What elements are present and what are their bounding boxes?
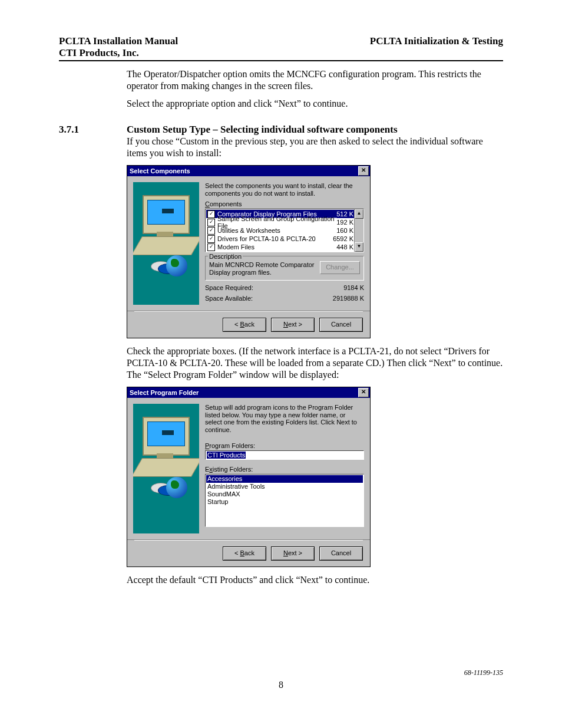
component-size: 448 K [336,243,353,251]
intro-paragraph-2: Select the appropriate option and click … [127,98,503,110]
component-row[interactable]: ✓Sample Screen and Group Configuration F… [206,218,363,226]
scroll-up-icon[interactable]: ▲ [355,209,363,219]
mid-paragraph-1: Check the appropriate boxes. (If the net… [127,345,503,381]
component-size: 160 K [336,227,353,234]
components-label: Components [205,200,364,207]
scroll-down-icon[interactable]: ▼ [355,242,363,252]
close-icon[interactable]: ✕ [358,166,369,176]
component-row[interactable]: ✓Drivers for PCLTA-10 & PCLTA-206592 K [206,235,363,243]
list-item[interactable]: Administrative Tools [206,483,363,490]
existing-folders-label: Existing Folders: [205,466,364,473]
dialog1-instructions: Select the components you want to instal… [205,182,364,197]
section-number: 3.7.1 [59,124,127,136]
doc-number: 68-11199-135 [464,668,503,677]
checkbox-icon[interactable]: ✓ [207,227,215,235]
space-required-label: Space Required: [205,284,253,291]
checkbox-icon[interactable]: ✓ [207,235,215,243]
change-button: Change... [320,261,360,274]
header-title-left-2: CTI Products, Inc. [59,47,178,59]
checkbox-icon[interactable]: ✓ [207,210,215,218]
next-button[interactable]: Next > [271,546,315,561]
back-button[interactable]: < Back [223,318,266,332]
section-title: Custom Setup Type – Selecting individual… [127,124,503,136]
list-item[interactable]: SoundMAX [206,490,363,498]
select-program-folder-dialog: Select Program Folder ✕ Setup will add p… [127,387,371,567]
component-name: Utilities & Worksheets [217,227,336,234]
component-name: Drivers for PCLTA-10 & PCLTA-20 [217,235,333,242]
component-name: Modem Files [217,243,336,251]
list-item[interactable]: Startup [206,498,363,506]
cancel-button[interactable]: Cancel [319,318,363,332]
checkbox-icon[interactable]: ✓ [207,243,215,251]
program-folder-input[interactable]: CTI Products [205,450,364,460]
page-number: 8 [59,680,503,690]
cancel-button[interactable]: Cancel [319,546,363,561]
dialog1-title: Select Components [130,167,190,174]
select-components-dialog: Select Components ✕ Select the component… [127,165,371,338]
component-row[interactable]: ✓Utilities & Worksheets160 K [206,226,363,235]
intro-paragraph-1: The Operator/Dispatcher option omits the… [127,68,503,92]
header-divider [59,60,503,61]
program-folders-label: Program Folders: [205,442,364,449]
component-size: 192 K [336,219,353,226]
dialog2-title: Select Program Folder [130,389,199,396]
section-paragraph-1: If you chose “Custom in the previous ste… [127,136,503,159]
header-title-left-1: PCLTA Installation Manual [59,35,178,47]
next-button[interactable]: Next > [271,318,315,332]
space-available-label: Space Available: [205,295,253,302]
component-size: 6592 K [333,235,353,242]
back-button[interactable]: < Back [223,546,266,561]
close-icon[interactable]: ✕ [358,388,369,397]
component-row[interactable]: ✓Modem Files448 K [206,243,363,251]
installer-graphic [133,182,199,305]
scrollbar[interactable]: ▲ ▼ [354,209,363,252]
dialog2-instructions: Setup will add program icons to the Prog… [205,404,364,434]
component-size: 512 K [336,210,353,218]
description-label: Description [208,253,243,260]
space-required-value: 9184 K [343,284,364,291]
installer-graphic [133,404,199,533]
list-item[interactable]: Accessories [206,475,363,483]
header-title-right: PCLTA Initialization & Testing [370,35,503,59]
components-listbox[interactable]: ✓Comparator Display Program Files512 K✓S… [205,209,364,252]
space-available-value: 2919888 K [333,295,364,302]
final-paragraph: Accept the default “CTI Products” and cl… [127,574,503,586]
description-text: Main MCNRCD Remote Comparator Display pr… [209,261,316,276]
existing-folders-listbox[interactable]: AccessoriesAdministrative ToolsSoundMAXS… [205,474,364,527]
checkbox-icon[interactable]: ✓ [207,219,215,226]
